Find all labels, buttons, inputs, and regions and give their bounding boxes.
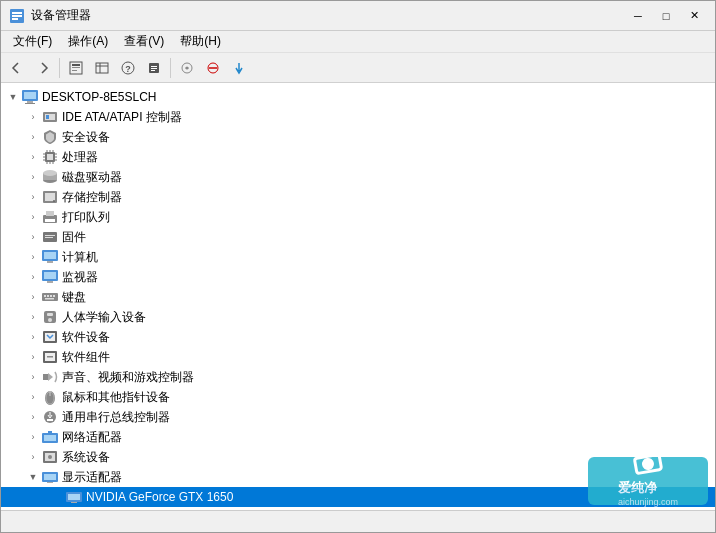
expand-icon[interactable]: › xyxy=(25,309,41,325)
security-icon xyxy=(41,128,59,146)
item-label: 软件组件 xyxy=(62,349,110,366)
system-icon xyxy=(41,448,59,466)
expand-root[interactable]: ▼ xyxy=(5,89,21,105)
minimize-button[interactable]: ─ xyxy=(625,5,651,27)
svg-rect-60 xyxy=(44,295,46,297)
properties-button[interactable] xyxy=(142,56,166,80)
list-item[interactable]: › 监视器 xyxy=(1,267,715,287)
svg-rect-6 xyxy=(72,67,80,68)
menu-view[interactable]: 查看(V) xyxy=(116,31,172,52)
usb-icon xyxy=(41,408,59,426)
list-item[interactable]: › 磁盘驱动器 xyxy=(1,167,715,187)
close-button[interactable]: ✕ xyxy=(681,5,707,27)
list-item[interactable]: › 打印队列 xyxy=(1,207,715,227)
list-item[interactable]: › 人体学输入设备 xyxy=(1,307,715,327)
expand-icon[interactable]: › xyxy=(25,429,41,445)
window-icon xyxy=(9,8,25,24)
list-item[interactable]: › 网络适配器 xyxy=(1,427,715,447)
svg-point-46 xyxy=(53,200,55,202)
expand-icon[interactable]: › xyxy=(25,389,41,405)
expand-icon[interactable]: › xyxy=(25,109,41,125)
list-item[interactable]: ▼ 显示适配器 xyxy=(1,467,715,487)
svg-rect-62 xyxy=(50,295,52,297)
expand-icon[interactable]: › xyxy=(25,209,41,225)
svg-rect-86 xyxy=(44,474,56,480)
computer-icon xyxy=(21,88,39,106)
printer-icon xyxy=(41,208,59,226)
expand-icon[interactable]: › xyxy=(25,449,41,465)
item-label: 打印队列 xyxy=(62,209,110,226)
svg-rect-81 xyxy=(48,431,52,434)
list-item[interactable]: › 固件 xyxy=(1,227,715,247)
item-label: 监视器 xyxy=(62,269,98,286)
list-item[interactable]: › 通用串行总线控制器 xyxy=(1,407,715,427)
list-item[interactable]: › 系统设备 xyxy=(1,447,715,467)
expand-icon[interactable]: › xyxy=(25,289,41,305)
expand-icon[interactable]: › xyxy=(25,329,41,345)
update-driver-button[interactable] xyxy=(227,56,251,80)
svg-rect-22 xyxy=(27,101,33,103)
expand-icon[interactable]: › xyxy=(25,229,41,245)
item-label: 人体学输入设备 xyxy=(62,309,146,326)
expand-icon[interactable]: › xyxy=(25,189,41,205)
expand-icon[interactable]: › xyxy=(25,249,41,265)
back-button[interactable] xyxy=(5,56,29,80)
expand-display-adapter[interactable]: ▼ xyxy=(25,469,41,485)
device-tree[interactable]: ▼ DESKTOP-8E5SLCH › IDE ATA/ATAPI 控制器 › xyxy=(1,83,715,510)
device-manager-window: 设备管理器 ─ □ ✕ 文件(F) 操作(A) 查看(V) 帮助(H) xyxy=(0,0,716,533)
svg-rect-26 xyxy=(46,115,49,119)
item-label: 软件设备 xyxy=(62,329,110,346)
list-item[interactable]: › 处理器 xyxy=(1,147,715,167)
resources-button[interactable] xyxy=(90,56,114,80)
svg-rect-55 xyxy=(47,261,53,263)
gpu-icon xyxy=(65,488,83,506)
list-item[interactable]: › 安全设备 xyxy=(1,127,715,147)
item-label: 显示适配器 xyxy=(62,469,122,486)
device-manager-view-button[interactable] xyxy=(64,56,88,80)
list-item[interactable]: › 声音、视频和游戏控制器 xyxy=(1,367,715,387)
menu-file[interactable]: 文件(F) xyxy=(5,31,60,52)
expand-icon[interactable]: › xyxy=(25,269,41,285)
svg-rect-51 xyxy=(45,235,55,236)
menu-action[interactable]: 操作(A) xyxy=(60,31,116,52)
svg-rect-5 xyxy=(72,64,80,66)
forward-button[interactable] xyxy=(31,56,55,80)
expand-icon[interactable]: › xyxy=(25,369,41,385)
expand-icon[interactable]: › xyxy=(25,409,41,425)
svg-rect-58 xyxy=(47,281,53,283)
item-label: 网络适配器 xyxy=(62,429,122,446)
scan-hardware-button[interactable] xyxy=(175,56,199,80)
window-title: 设备管理器 xyxy=(31,7,625,24)
expand-icon[interactable]: › xyxy=(25,149,41,165)
list-item[interactable]: › IDE ATA/ATAPI 控制器 xyxy=(1,107,715,127)
expand-icon[interactable]: › xyxy=(25,349,41,365)
svg-rect-1 xyxy=(12,12,22,14)
svg-rect-90 xyxy=(71,502,77,503)
svg-rect-28 xyxy=(47,154,53,160)
item-label: 鼠标和其他指针设备 xyxy=(62,389,170,406)
svg-point-84 xyxy=(48,455,52,459)
item-label: 声音、视频和游戏控制器 xyxy=(62,369,194,386)
maximize-button[interactable]: □ xyxy=(653,5,679,27)
svg-point-67 xyxy=(48,318,52,322)
list-item[interactable]: › NVIDIA GeForce GTX 1650 xyxy=(1,487,715,507)
menu-help[interactable]: 帮助(H) xyxy=(172,31,229,52)
list-item[interactable]: › 键盘 xyxy=(1,287,715,307)
list-item[interactable]: › 鼠标和其他指针设备 xyxy=(1,387,715,407)
hid-icon xyxy=(41,308,59,326)
svg-rect-2 xyxy=(12,15,22,17)
item-label: IDE ATA/ATAPI 控制器 xyxy=(62,109,182,126)
expand-icon[interactable]: › xyxy=(25,129,41,145)
list-item[interactable]: › 计算机 xyxy=(1,247,715,267)
firmware-icon xyxy=(41,228,59,246)
keyboard-icon xyxy=(41,288,59,306)
list-item[interactable]: › 软件组件 xyxy=(1,347,715,367)
list-item[interactable]: › 存储控制器 xyxy=(1,187,715,207)
svg-rect-8 xyxy=(96,63,108,73)
list-item[interactable]: › 软件设备 xyxy=(1,327,715,347)
expand-icon[interactable]: › xyxy=(25,169,41,185)
help-button[interactable]: ? xyxy=(116,56,140,80)
tree-root[interactable]: ▼ DESKTOP-8E5SLCH xyxy=(1,87,715,107)
disk-icon xyxy=(41,168,59,186)
disable-button[interactable] xyxy=(201,56,225,80)
